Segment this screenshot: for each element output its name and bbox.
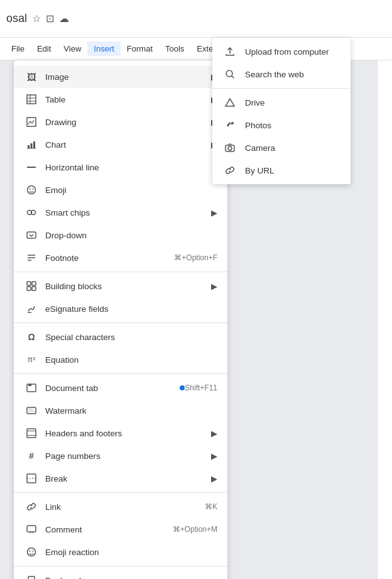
- emoji-reaction-icon: [24, 547, 39, 557]
- page-numbers-icon: #: [24, 451, 39, 461]
- image-submenu: Upload from computer Search the web Driv…: [212, 38, 351, 184]
- footnote-shortcut: ⌘+Option+F: [174, 253, 217, 262]
- svg-rect-6: [31, 143, 33, 148]
- menu-edit[interactable]: Edit: [31, 41, 57, 56]
- submenu-item-upload[interactable]: Upload from computer: [212, 40, 351, 63]
- horizontal-line-icon: [24, 162, 39, 172]
- menu-item-footnote[interactable]: Footnote ⌘+Option+F: [14, 246, 227, 269]
- menu-section-4: Document tab Shift+F11 Watermark Headers…: [14, 374, 227, 493]
- svg-rect-20: [32, 282, 36, 285]
- menu-format[interactable]: Format: [121, 41, 159, 56]
- svg-rect-26: [27, 407, 36, 414]
- dropdown-icon: [24, 230, 39, 240]
- menu-item-link[interactable]: Link ⌘K: [14, 495, 227, 518]
- menu-tools[interactable]: Tools: [159, 41, 190, 56]
- svg-point-12: [33, 189, 34, 190]
- svg-rect-5: [28, 145, 30, 148]
- upload-label: Upload from computer: [245, 47, 329, 57]
- photos-icon: [222, 120, 237, 130]
- submenu-item-photos[interactable]: Photos: [212, 114, 351, 136]
- menu-item-drawing[interactable]: Drawing ▶: [14, 111, 227, 133]
- menu-section-6: Bookmark Table of contents ▶: [14, 566, 227, 579]
- menu-item-horizontal-line[interactable]: Horizontal line: [14, 156, 227, 179]
- menu-item-headers-footers[interactable]: Headers and footers ▶: [14, 422, 227, 444]
- submenu-item-by-url[interactable]: By URL: [212, 159, 351, 182]
- watermark-label: Watermark: [45, 406, 217, 416]
- menu-item-building-blocks[interactable]: Building blocks ▶: [14, 275, 227, 297]
- menu-file[interactable]: File: [5, 41, 31, 56]
- svg-point-10: [28, 186, 36, 194]
- menu-item-bookmark[interactable]: Bookmark: [14, 569, 227, 579]
- menu-item-special-characters[interactable]: Ω Special characters: [14, 326, 227, 348]
- cloud-icon[interactable]: ☁: [59, 13, 69, 25]
- menu-item-image[interactable]: 🖼 Image ▶: [14, 65, 227, 88]
- svg-rect-0: [27, 95, 36, 104]
- svg-rect-32: [27, 474, 36, 483]
- menu-view[interactable]: View: [57, 41, 87, 56]
- svg-point-11: [30, 189, 31, 190]
- image-icon: 🖼: [24, 72, 39, 82]
- menu-item-emoji[interactable]: Emoji: [14, 179, 227, 201]
- doc-title: osal: [6, 12, 27, 25]
- table-label: Table: [45, 95, 211, 104]
- building-blocks-label: Building blocks: [45, 282, 211, 291]
- drawing-icon: [24, 117, 39, 127]
- building-blocks-icon: [24, 281, 39, 291]
- menu-item-page-numbers[interactable]: # Page numbers ▶: [14, 444, 227, 467]
- link-label: Link: [45, 502, 205, 512]
- horizontal-line-label: Horizontal line: [45, 163, 217, 172]
- submenu-item-camera[interactable]: Camera: [212, 136, 351, 159]
- svg-rect-15: [27, 232, 36, 238]
- camera-label: Camera: [245, 143, 275, 153]
- star-icon[interactable]: ☆: [32, 13, 41, 25]
- drive-icon: [222, 97, 237, 108]
- menu-item-break[interactable]: Break ▶: [14, 467, 227, 490]
- menu-item-watermark[interactable]: Watermark: [14, 399, 227, 422]
- svg-rect-19: [27, 282, 31, 285]
- watermark-icon: [24, 405, 39, 416]
- emoji-label: Emoji: [45, 185, 217, 195]
- menu-item-emoji-reaction[interactable]: Emoji reaction: [14, 541, 227, 563]
- svg-rect-34: [27, 526, 36, 532]
- svg-rect-25: [28, 384, 31, 386]
- menu-item-comment[interactable]: Comment ⌘+Option+M: [14, 518, 227, 541]
- submenu-item-search-web[interactable]: Search the web: [212, 63, 351, 85]
- svg-rect-21: [27, 287, 31, 290]
- submenu-item-drive[interactable]: Drive: [212, 91, 351, 114]
- top-bar-icons: ☆ ⊡ ☁: [32, 13, 69, 25]
- menu-section-5: Link ⌘K Comment ⌘+Option+M Emoji reactio…: [14, 493, 227, 566]
- esignature-icon: [24, 304, 39, 314]
- smart-chips-arrow: ▶: [211, 208, 217, 218]
- menu-item-smart-chips[interactable]: Smart chips ▶: [14, 201, 227, 224]
- comment-shortcut: ⌘+Option+M: [173, 525, 217, 534]
- page-numbers-label: Page numbers: [45, 451, 211, 461]
- menu-item-dropdown[interactable]: Drop-down: [14, 224, 227, 246]
- break-arrow: ▶: [211, 474, 217, 483]
- emoji-reaction-label: Emoji reaction: [45, 548, 217, 557]
- menu-item-chart[interactable]: Chart ▶: [14, 133, 227, 156]
- upload-icon: [222, 47, 237, 57]
- search-web-label: Search the web: [245, 70, 304, 79]
- menu-insert[interactable]: Insert: [87, 41, 121, 56]
- submenu-divider: [212, 88, 351, 89]
- svg-marker-43: [226, 99, 234, 106]
- folder-icon[interactable]: ⊡: [46, 13, 54, 25]
- page-numbers-arrow: ▶: [211, 451, 217, 461]
- menu-item-document-tab[interactable]: Document tab Shift+F11: [14, 377, 227, 399]
- image-label: Image: [45, 72, 211, 82]
- menu-item-esignature[interactable]: eSignature fields: [14, 297, 227, 320]
- photos-label: Photos: [245, 121, 271, 130]
- drive-label: Drive: [245, 98, 265, 108]
- by-url-icon: [222, 165, 237, 175]
- menu-item-equation[interactable]: π² Equation: [14, 348, 227, 371]
- document-tab-badge: [180, 385, 185, 390]
- bookmark-icon: [24, 575, 39, 579]
- table-icon: [24, 94, 39, 104]
- menu-item-table[interactable]: Table ▶: [14, 88, 227, 111]
- top-bar: osal ☆ ⊡ ☁: [0, 0, 392, 38]
- insert-menu: 🖼 Image ▶ Table ▶ Drawing ▶: [14, 60, 227, 579]
- break-label: Break: [45, 474, 211, 483]
- link-shortcut: ⌘K: [205, 502, 217, 511]
- chart-label: Chart: [45, 140, 211, 150]
- menu-section-2: Building blocks ▶ eSignature fields: [14, 272, 227, 323]
